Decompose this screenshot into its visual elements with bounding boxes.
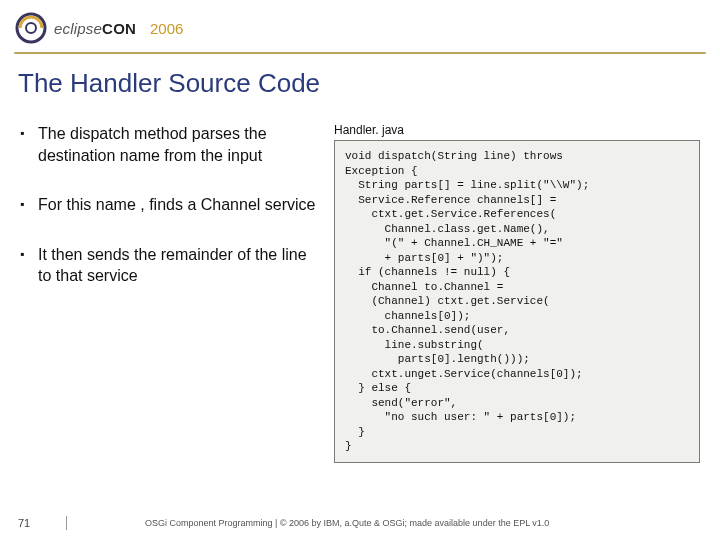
logo-con: CON bbox=[102, 20, 136, 37]
bullet-list: The dispatch method parses the destinati… bbox=[20, 123, 320, 287]
page-number: 71 bbox=[18, 517, 58, 529]
logo-text: eclipseCON bbox=[54, 20, 136, 37]
code-filename: Handler. java bbox=[334, 123, 700, 137]
logo-eclipse: eclipse bbox=[54, 20, 102, 37]
year-label: 2006 bbox=[150, 20, 183, 37]
footer: 71 OSGi Component Programming | © 2006 b… bbox=[0, 516, 720, 530]
eclipse-swirl-icon bbox=[14, 11, 48, 45]
svg-point-1 bbox=[26, 23, 36, 33]
footer-text: OSGi Component Programming | © 2006 by I… bbox=[145, 518, 549, 528]
body: The dispatch method parses the destinati… bbox=[0, 105, 720, 540]
page-title: The Handler Source Code bbox=[0, 54, 720, 105]
logo: eclipseCON 2006 bbox=[14, 11, 183, 45]
code-column: Handler. java void dispatch(String line)… bbox=[334, 123, 700, 540]
code-block: void dispatch(String line) throws Except… bbox=[334, 140, 700, 463]
header: eclipseCON 2006 bbox=[0, 0, 720, 50]
slide: eclipseCON 2006 The Handler Source Code … bbox=[0, 0, 720, 540]
bullet-1: The dispatch method parses the destinati… bbox=[20, 123, 320, 166]
footer-separator bbox=[66, 516, 67, 530]
bullets-column: The dispatch method parses the destinati… bbox=[20, 123, 320, 540]
bullet-2: For this name , finds a Channel service bbox=[20, 194, 320, 216]
bullet-3: It then sends the remainder of the line … bbox=[20, 244, 320, 287]
